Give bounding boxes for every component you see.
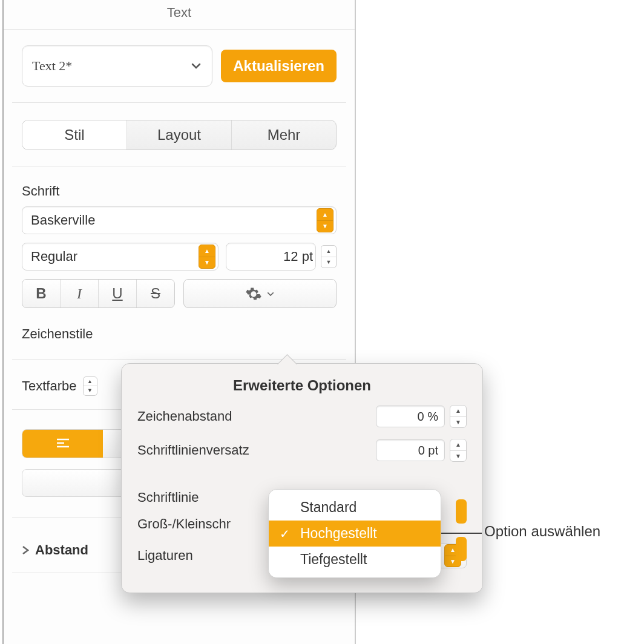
strikethrough-button[interactable]: S (136, 280, 174, 307)
panel-title: Text (4, 0, 355, 30)
caps-select-edge (456, 537, 467, 561)
font-family-value: Baskerville (31, 212, 317, 228)
baseline-option-subscript[interactable]: Tiefgestellt (269, 547, 441, 573)
font-face-select[interactable]: Regular ▲▼ (22, 243, 218, 271)
callout-text: Option auswählen (484, 523, 600, 540)
baseline-shift-stepper[interactable]: ▲▼ (450, 439, 467, 462)
font-size-stepper[interactable]: ▲▼ (321, 245, 337, 268)
italic-button[interactable]: I (60, 280, 98, 307)
align-left-icon (56, 438, 70, 449)
baseline-dropdown: Standard ✓ Hochgestellt Tiefgestellt (268, 489, 441, 578)
update-style-button[interactable]: Aktualisieren (221, 50, 337, 82)
paragraph-style-name: Text 2* (32, 58, 72, 74)
font-size-field[interactable]: 12 pt (226, 243, 316, 271)
font-family-stepper-icon: ▲▼ (317, 208, 334, 232)
chevron-down-icon (266, 290, 275, 298)
font-heading: Schrift (22, 183, 337, 199)
bold-button[interactable]: B (22, 280, 60, 307)
inspector-tabs: Stil Layout Mehr (22, 120, 337, 150)
popover-title: Erweiterte Optionen (137, 377, 467, 394)
baseline-option-standard[interactable]: Standard (269, 494, 441, 521)
tracking-stepper[interactable]: ▲▼ (450, 405, 467, 428)
check-icon: ✓ (280, 527, 290, 541)
advanced-options-button[interactable] (183, 279, 337, 308)
tracking-value[interactable]: 0 % (376, 406, 445, 427)
baseline-shift-value[interactable]: 0 pt (376, 439, 445, 461)
tracking-label: Zeichenabstand (137, 409, 376, 424)
paragraph-style-select[interactable]: Text 2* (22, 45, 212, 87)
font-family-select[interactable]: Baskerville ▲▼ (22, 206, 337, 234)
baseline-option-superscript[interactable]: ✓ Hochgestellt (269, 521, 441, 547)
gear-icon (245, 286, 262, 303)
text-style-group: B I U S (22, 279, 175, 308)
font-face-value: Regular (31, 249, 199, 264)
baseline-shift-label: Schriftlinienversatz (137, 442, 376, 458)
textcolor-stepper[interactable]: ▲▼ (83, 376, 97, 396)
chevron-down-icon (190, 60, 202, 72)
text-color-label: Textfarbe (22, 378, 77, 394)
chevron-right-icon (22, 545, 29, 555)
character-styles-label: Zeichenstile (22, 326, 93, 342)
baseline-option-superscript-label: Hochgestellt (300, 525, 377, 541)
font-face-stepper-icon: ▲▼ (199, 245, 215, 269)
baseline-select-edge (456, 499, 467, 524)
font-size-value: 12 pt (235, 249, 313, 264)
underline-button[interactable]: U (98, 280, 136, 307)
tab-mehr[interactable]: Mehr (231, 120, 336, 150)
callout-leader (441, 533, 482, 534)
tab-stil[interactable]: Stil (22, 120, 126, 150)
tab-layout[interactable]: Layout (126, 120, 231, 150)
spacing-label: Abstand (35, 542, 88, 558)
